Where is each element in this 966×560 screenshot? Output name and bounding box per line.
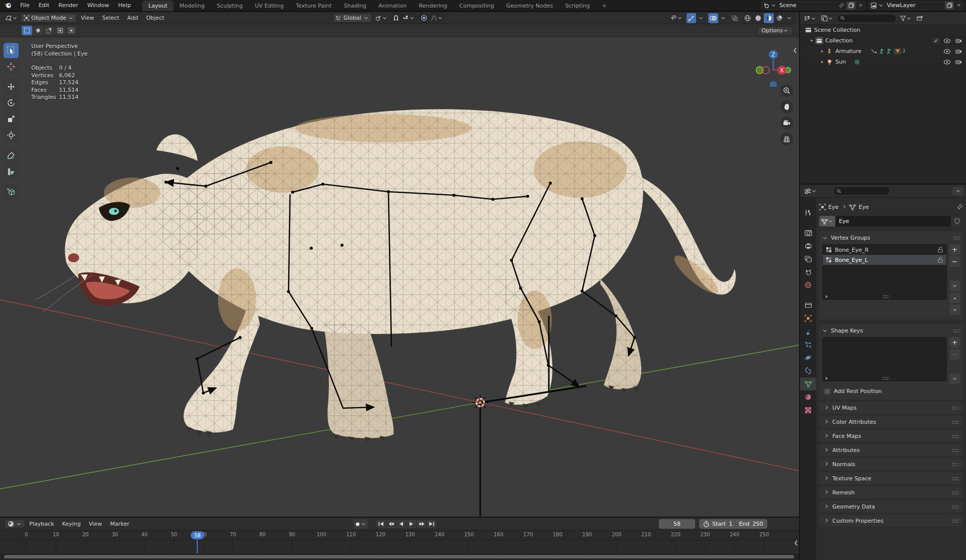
outliner-row-collection[interactable]: Collection ✓ [800, 35, 966, 46]
outliner-row-sun[interactable]: Sun [800, 57, 966, 67]
tab-collection[interactable] [800, 299, 816, 312]
panel-grip[interactable] [952, 505, 959, 509]
vertex-groups-header[interactable]: Vertex Groups [822, 233, 960, 242]
proportional-editing-toggle[interactable] [419, 13, 429, 23]
stopwatch-icon[interactable] [703, 521, 709, 527]
shading-solid-button[interactable] [753, 13, 763, 23]
new-collection-button[interactable] [915, 13, 925, 23]
workspace-tab[interactable]: Geometry Nodes [500, 1, 559, 11]
gizmo-axis-z-neg[interactable] [770, 81, 777, 87]
timeline-menu-item[interactable]: View [85, 520, 106, 528]
end-value[interactable]: 250 [753, 521, 763, 527]
panel-title[interactable]: Normals [832, 461, 856, 468]
panel-grip[interactable] [952, 519, 959, 523]
add-rest-position-label[interactable]: Add Rest Position [834, 388, 882, 395]
shading-material-preview-button[interactable] [764, 13, 774, 23]
scene-name[interactable]: Scene [776, 2, 837, 9]
panel-grip[interactable] [953, 236, 960, 240]
select-intersect-button[interactable] [66, 26, 77, 35]
panel-grip[interactable] [952, 406, 959, 410]
outliner-item-label[interactable]: Scene Collection [814, 27, 860, 33]
tab-modifiers[interactable] [800, 325, 816, 338]
shape-keys-list[interactable] [822, 337, 947, 381]
panel-grip[interactable] [952, 477, 959, 480]
tab-render[interactable] [800, 226, 816, 239]
list-grip[interactable] [882, 376, 889, 380]
workspace-tab[interactable]: Texture Paint [290, 1, 338, 11]
collection-checkbox[interactable]: ✓ [933, 38, 939, 43]
tab-object[interactable] [800, 312, 816, 325]
expand-arrow-icon[interactable] [821, 50, 823, 53]
panel-title[interactable]: Attributes [832, 447, 860, 454]
outliner-search-input[interactable] [847, 16, 893, 21]
panel-grip[interactable] [952, 420, 959, 424]
collapsed-panel[interactable]: Color Attributes [819, 416, 963, 428]
select-invert-button[interactable] [55, 26, 66, 35]
record-icon[interactable] [355, 521, 361, 527]
list-resize-arrow[interactable] [826, 377, 828, 380]
collapsed-panel[interactable]: Remesh [819, 486, 963, 498]
menu-item[interactable]: Window [83, 1, 113, 10]
disable-render-camera-icon[interactable] [955, 48, 962, 54]
vertex-group-name[interactable]: Bone_Eye_L [835, 257, 868, 263]
panel-title[interactable]: Custom Properties [832, 518, 883, 524]
expand-arrow-icon[interactable] [821, 61, 823, 64]
shape-key-specials-button[interactable] [949, 373, 960, 384]
xray-toggle[interactable] [730, 13, 740, 23]
pin-icon[interactable] [837, 2, 846, 10]
workspace-tab[interactable]: Shading [338, 1, 373, 11]
tab-world[interactable] [800, 278, 816, 292]
panel-grip[interactable] [952, 434, 959, 438]
panel-title[interactable]: Geometry Data [832, 503, 875, 510]
select-box-tool[interactable] [4, 43, 19, 58]
select-subtract-button[interactable] [44, 26, 54, 35]
viewlayer-name[interactable]: ViewLayer [884, 2, 944, 9]
shading-wireframe-button[interactable] [743, 13, 753, 23]
shape-keys-header[interactable]: Shape Keys [822, 326, 960, 335]
move-tool[interactable] [4, 79, 19, 94]
show-gizmo-toggle[interactable] [687, 13, 696, 23]
unlink-scene-icon[interactable]: ✕ [856, 2, 865, 10]
properties-editor-type-button[interactable] [803, 186, 818, 196]
rotate-tool[interactable] [4, 95, 19, 110]
tab-constraints[interactable] [800, 364, 816, 377]
viewport-menu-item[interactable]: View [77, 14, 98, 22]
panel-title[interactable]: Face Maps [832, 433, 861, 439]
scale-tool[interactable] [4, 111, 19, 127]
outliner-row-scene-collection[interactable]: Scene Collection [800, 25, 966, 35]
show-overlays-toggle[interactable] [708, 13, 718, 23]
timeline-menu-item[interactable]: Marker [106, 520, 133, 528]
annotate-tool[interactable] [4, 148, 19, 163]
play-button[interactable] [407, 520, 416, 528]
shading-rendered-button[interactable] [774, 13, 784, 23]
pan-hand-icon[interactable] [780, 100, 793, 113]
list-grip[interactable] [882, 295, 889, 298]
timeline-menu-item[interactable]: Keying [58, 520, 85, 528]
lioness-model[interactable] [35, 109, 736, 442]
viewlayer-selector[interactable]: ViewLayer ✕ [869, 1, 964, 10]
collapsed-panel[interactable]: Face Maps [819, 430, 963, 442]
outliner-display-mode-dropdown[interactable] [803, 13, 818, 23]
shading-settings-dropdown[interactable] [785, 13, 793, 23]
collapsed-panel[interactable]: Custom Properties [819, 515, 963, 527]
timeline-editor-type-button[interactable] [4, 519, 25, 528]
tab-tool[interactable] [800, 206, 816, 219]
collapsed-panel[interactable]: Geometry Data [819, 500, 963, 513]
outliner-filter-dropdown[interactable] [898, 13, 913, 23]
breadcrumb-object[interactable]: Eye [828, 204, 838, 210]
vertex-group-row[interactable]: Bone_Eye_R [823, 245, 946, 255]
workspace-tab[interactable]: UV Editing [249, 1, 290, 11]
panel-title[interactable]: Remesh [832, 489, 855, 496]
outliner-search[interactable] [837, 14, 896, 23]
panel-title[interactable]: Color Attributes [832, 419, 876, 425]
panel-title[interactable]: UV Maps [832, 405, 857, 411]
add-cube-tool[interactable] [4, 184, 19, 199]
mesh-name-field[interactable]: Eye [835, 216, 951, 227]
panel-grip[interactable] [952, 491, 959, 494]
move-group-down-button[interactable] [949, 305, 960, 315]
collapsed-panel[interactable]: UV Maps [819, 402, 963, 414]
workspace-tab[interactable]: Scripting [559, 1, 596, 11]
mesh-datablock-dropdown[interactable] [819, 216, 835, 227]
hide-viewport-eye-icon[interactable] [943, 60, 951, 65]
hide-viewport-eye-icon[interactable] [943, 38, 951, 43]
